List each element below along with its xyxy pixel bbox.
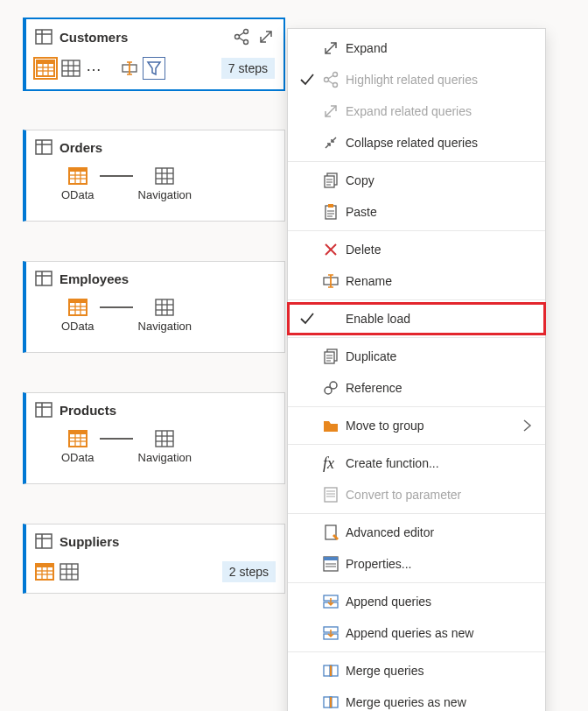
copy-icon — [321, 172, 340, 189]
query-title: Orders — [60, 140, 276, 155]
properties-icon — [321, 555, 340, 573]
menu-label: Merge queries — [346, 664, 535, 678]
menu-append-queries[interactable]: Append queries — [288, 586, 545, 617]
context-menu: Expand Highlight related queries Expand … — [287, 28, 546, 711]
check-icon — [298, 71, 316, 88]
append-icon — [321, 593, 340, 610]
fx-icon — [321, 454, 340, 472]
menu-label: Advanced editor — [346, 525, 535, 539]
menu-expand-related[interactable]: Expand related queries — [288, 95, 545, 127]
menu-separator — [288, 582, 545, 583]
query-title: Employees — [60, 271, 276, 286]
table-orange-icon[interactable] — [35, 59, 56, 78]
odata-icon — [68, 299, 88, 316]
step-connector — [100, 306, 133, 308]
menu-separator — [288, 299, 545, 300]
menu-enable-load[interactable]: Enable load — [288, 303, 545, 334]
menu-reference[interactable]: Reference — [288, 372, 545, 404]
reference-icon — [321, 379, 340, 397]
collapse-icon — [321, 134, 340, 151]
step-label: Navigation — [138, 451, 192, 464]
odata-icon — [68, 430, 88, 447]
menu-label: Append queries as new — [346, 626, 535, 640]
menu-label: Collapse related queries — [346, 136, 535, 150]
menu-move-to-group[interactable]: Move to group — [288, 410, 545, 441]
odata-icon — [68, 167, 88, 185]
delete-icon — [321, 241, 340, 258]
menu-collapse-related[interactable]: Collapse related queries — [288, 127, 545, 158]
menu-rename[interactable]: Rename — [288, 265, 545, 297]
menu-merge-queries[interactable]: Merge queries — [288, 655, 545, 686]
related-icon[interactable] — [233, 28, 250, 46]
rename-icon[interactable] — [121, 60, 138, 77]
menu-append-queries-as-new[interactable]: Append queries as new — [288, 617, 545, 649]
query-card-products[interactable]: Products OData Navigation — [23, 392, 285, 484]
menu-label: Properties... — [346, 557, 535, 571]
menu-merge-queries-as-new[interactable]: Merge queries as new — [288, 686, 545, 711]
menu-convert-to-parameter[interactable]: Convert to parameter — [288, 479, 545, 510]
menu-label: Merge queries as new — [346, 695, 535, 709]
menu-copy[interactable]: Copy — [288, 165, 545, 196]
step-label: OData — [61, 451, 94, 464]
menu-separator — [288, 337, 545, 338]
rename-icon — [321, 272, 340, 290]
step-label: OData — [61, 320, 94, 333]
menu-label: Rename — [346, 274, 535, 288]
navigation-icon — [155, 167, 174, 185]
query-title: Customers — [60, 30, 226, 45]
duplicate-icon — [321, 348, 340, 365]
query-title: Suppliers — [60, 534, 276, 549]
table-icon — [35, 139, 52, 155]
merge-new-icon — [321, 693, 340, 711]
menu-label: Highlight related queries — [346, 73, 535, 87]
menu-paste[interactable]: Paste — [288, 196, 545, 228]
menu-delete[interactable]: Delete — [288, 234, 545, 265]
menu-label: Append queries — [346, 595, 535, 609]
menu-label: Reference — [346, 381, 535, 395]
menu-highlight-related[interactable]: Highlight related queries — [288, 64, 545, 95]
menu-label: Delete — [346, 243, 535, 257]
table-icon — [35, 402, 52, 418]
more-icon[interactable]: … — [86, 61, 102, 75]
query-card-customers[interactable]: Customers … 7 steps — [23, 18, 285, 91]
menu-label: Convert to parameter — [346, 488, 535, 502]
menu-separator — [288, 230, 545, 231]
menu-label: Move to group — [346, 419, 514, 433]
menu-advanced-editor[interactable]: Advanced editor — [288, 517, 545, 548]
menu-label: Enable load — [346, 312, 535, 326]
related-icon — [321, 71, 340, 88]
expand-icon — [321, 39, 340, 57]
table-icon — [35, 29, 52, 45]
table-plain-icon[interactable] — [61, 60, 80, 77]
query-card-suppliers[interactable]: Suppliers 2 steps — [23, 524, 285, 594]
menu-label: Create function... — [346, 456, 535, 470]
table-plain-icon[interactable] — [60, 563, 79, 581]
step-label: OData — [61, 188, 94, 201]
filter-icon[interactable] — [144, 58, 164, 79]
step-connector — [100, 175, 133, 177]
step-count[interactable]: 7 steps — [221, 58, 275, 79]
expand-icon — [321, 102, 340, 120]
query-card-orders[interactable]: Orders OData Navigation — [23, 130, 285, 222]
menu-separator — [288, 513, 545, 514]
query-card-employees[interactable]: Employees OData Navigation — [23, 261, 285, 353]
table-icon — [35, 271, 52, 286]
step-connector — [100, 438, 133, 440]
menu-duplicate[interactable]: Duplicate — [288, 341, 545, 372]
navigation-icon — [155, 430, 174, 447]
folder-icon — [321, 417, 340, 434]
navigation-icon — [155, 299, 174, 316]
menu-properties[interactable]: Properties... — [288, 548, 545, 580]
step-count[interactable]: 2 steps — [222, 561, 276, 582]
menu-expand[interactable]: Expand — [288, 32, 545, 64]
query-title: Products — [60, 403, 276, 418]
menu-separator — [288, 444, 545, 445]
expand-icon[interactable] — [257, 28, 275, 46]
table-orange-icon[interactable] — [35, 563, 54, 581]
menu-label: Copy — [346, 173, 535, 187]
step-label: Navigation — [138, 188, 192, 201]
merge-icon — [321, 662, 340, 679]
menu-create-function[interactable]: Create function... — [288, 447, 545, 479]
menu-separator — [288, 406, 545, 407]
menu-label: Expand related queries — [346, 104, 535, 118]
